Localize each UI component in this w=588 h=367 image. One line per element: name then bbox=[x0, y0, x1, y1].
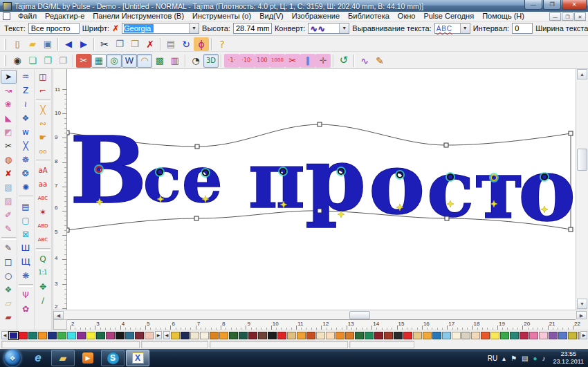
fringe-dense-tool[interactable]: Щ bbox=[18, 255, 34, 269]
cut-button[interactable]: ✂ bbox=[97, 37, 112, 51]
run-stitch-tool[interactable]: Ζ bbox=[18, 84, 34, 97]
embroidery-letter[interactable]: п bbox=[248, 135, 305, 225]
thread-color-swatch[interactable] bbox=[19, 332, 28, 339]
envelope-handle[interactable] bbox=[569, 227, 573, 232]
thread-color-swatch[interactable] bbox=[355, 332, 364, 339]
envelope-handle[interactable] bbox=[195, 144, 199, 149]
zoom-1to1-tool[interactable]: 1:1 bbox=[35, 266, 51, 280]
fold-tool[interactable]: ◩ bbox=[1, 125, 17, 139]
thread-color-swatch[interactable] bbox=[365, 332, 374, 339]
thread-color-swatch[interactable] bbox=[326, 332, 335, 339]
ellipse-tool[interactable]: ○ bbox=[1, 269, 17, 283]
thread-color-swatch[interactable] bbox=[258, 332, 267, 339]
envelope-handle[interactable] bbox=[569, 131, 573, 135]
chevron-down-icon[interactable]: ▼ bbox=[339, 23, 349, 33]
thread-color-swatch[interactable] bbox=[77, 332, 86, 339]
paste-button[interactable]: ❒ bbox=[127, 37, 143, 51]
thread-color-swatch[interactable] bbox=[500, 332, 509, 339]
mdi-window-button[interactable]: — bbox=[549, 12, 561, 21]
machine-status-tool[interactable]: ◫ bbox=[35, 70, 51, 84]
font-combobox[interactable]: Georgia ▼ bbox=[122, 23, 199, 34]
wave-stitch-tool[interactable]: ≀ bbox=[18, 97, 34, 111]
delete-tool[interactable]: ✘ bbox=[1, 167, 17, 180]
scroll-right-icon[interactable]: ▶ bbox=[576, 311, 587, 319]
embroidery-letter[interactable]: В bbox=[70, 117, 147, 224]
needle-bar-button[interactable]: ‖ bbox=[300, 54, 315, 68]
swirl-tool[interactable]: ✿ bbox=[18, 302, 34, 316]
thread-color-swatch[interactable] bbox=[239, 332, 248, 339]
spring-stitch-tool[interactable]: w bbox=[18, 125, 34, 139]
thread-color-swatch[interactable] bbox=[423, 332, 432, 339]
font-warning-icon[interactable]: ✗ bbox=[112, 23, 119, 33]
cross-orange-tool[interactable]: ╳ bbox=[35, 103, 51, 117]
thread-color-swatch[interactable] bbox=[432, 332, 441, 339]
taskbar-explorer[interactable]: ▰ bbox=[51, 350, 75, 366]
thread-color-swatch[interactable] bbox=[529, 332, 538, 339]
envelope-handle[interactable] bbox=[318, 122, 322, 126]
title-bar[interactable]: Tajima DG/ML by Pulse - Demo - [Untitled… bbox=[0, 0, 588, 12]
menu-item[interactable]: Панели Инструментов (B) bbox=[89, 12, 188, 21]
embroidery-letter[interactable]: о bbox=[369, 133, 425, 233]
thread-color-swatch[interactable] bbox=[336, 332, 344, 339]
design-canvas[interactable]: Всепросто bbox=[67, 69, 576, 310]
open-design-tool[interactable]: ❖ bbox=[1, 283, 17, 297]
grid-settings-button[interactable]: ▦ bbox=[91, 54, 107, 68]
snip-region-button[interactable]: ✂ bbox=[76, 54, 91, 68]
thread-color-swatch[interactable] bbox=[384, 332, 393, 339]
thread-color-swatch[interactable] bbox=[520, 332, 529, 339]
text-input[interactable] bbox=[28, 23, 80, 34]
shape-select-tool[interactable]: ❀ bbox=[1, 97, 17, 111]
volume-icon[interactable]: ♪ bbox=[542, 355, 546, 362]
forward-button[interactable]: ▶ bbox=[76, 37, 91, 51]
toolbar-grip[interactable] bbox=[4, 39, 6, 50]
thread-color-swatch[interactable] bbox=[229, 332, 238, 339]
interval-input[interactable] bbox=[512, 23, 533, 34]
network-status-icon[interactable]: ● bbox=[533, 355, 538, 362]
hidden-icons-arrow[interactable]: ▴ bbox=[502, 355, 506, 362]
menu-item[interactable]: Окно bbox=[394, 12, 420, 21]
monogram-star-tool[interactable]: ✶ bbox=[35, 205, 51, 219]
thread-color-swatch[interactable] bbox=[210, 332, 219, 339]
loop-stitch-tool[interactable]: oo bbox=[35, 144, 51, 158]
chart-scroll-right-icon[interactable]: ▶ bbox=[580, 331, 587, 339]
quad-wheel-tool[interactable]: ✺ bbox=[18, 180, 34, 194]
split-stitch-tool[interactable]: ✂ bbox=[1, 139, 17, 153]
toolbar-grip[interactable] bbox=[4, 55, 6, 66]
thread-color-swatch[interactable] bbox=[539, 332, 548, 339]
view-3d-button[interactable]: 3D bbox=[203, 54, 219, 68]
applique-tool[interactable]: ❖ bbox=[18, 111, 34, 125]
thread-color-swatch[interactable] bbox=[38, 332, 47, 339]
envelope-handle[interactable] bbox=[67, 228, 69, 232]
select-tool[interactable]: ➤ bbox=[1, 70, 17, 84]
embroidery-letter[interactable]: с bbox=[427, 143, 474, 234]
language-indicator[interactable]: RU bbox=[488, 355, 497, 362]
thread-color-swatch[interactable] bbox=[277, 332, 286, 339]
stopwatch-button[interactable]: ◔ bbox=[188, 54, 203, 68]
thread-color-swatch[interactable] bbox=[568, 332, 577, 339]
cross-stitch-tool[interactable]: ╳ bbox=[18, 139, 34, 153]
start-button[interactable]: ❖ bbox=[4, 350, 21, 366]
thread-color-swatch[interactable] bbox=[190, 332, 199, 339]
back-button[interactable]: ◀ bbox=[61, 37, 76, 51]
sewing-machine-tool[interactable]: ⌐ bbox=[35, 84, 51, 97]
delete-button[interactable]: ✗ bbox=[143, 37, 158, 51]
thread-color-swatch[interactable] bbox=[461, 332, 470, 339]
restore-button[interactable]: ❐ bbox=[543, 0, 561, 10]
chevron-down-icon[interactable]: ▼ bbox=[189, 23, 199, 33]
minimize-button[interactable]: — bbox=[524, 0, 542, 10]
chevron-down-icon[interactable]: ▼ bbox=[460, 23, 470, 33]
step-100-button[interactable]: 100 bbox=[255, 54, 270, 68]
lasso-select-tool[interactable]: ↝ bbox=[1, 84, 17, 97]
thread-color-swatch[interactable] bbox=[442, 332, 451, 339]
envelope-handle[interactable] bbox=[194, 216, 199, 220]
thread-color-swatch[interactable] bbox=[200, 332, 209, 339]
rectangle-tool[interactable]: □ bbox=[1, 255, 17, 269]
thread-color-swatch[interactable] bbox=[394, 332, 403, 339]
new-document-button[interactable]: ▯ bbox=[10, 37, 25, 51]
palette-scroll-right-icon[interactable]: ▶ bbox=[155, 331, 162, 339]
bezier-tool[interactable]: ◣ bbox=[1, 111, 17, 125]
thread-color-swatch[interactable] bbox=[67, 332, 76, 339]
mdi-window-button[interactable]: ❐ bbox=[562, 12, 573, 21]
thread-path-button[interactable]: ∿ bbox=[357, 54, 372, 68]
thread-color-swatch[interactable] bbox=[181, 332, 190, 339]
